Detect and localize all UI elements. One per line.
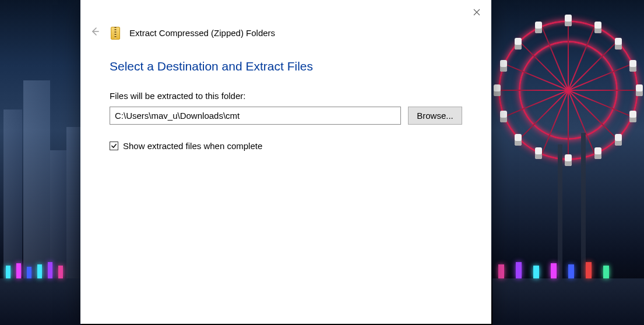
close-icon xyxy=(473,8,480,18)
wizard-header: Extract Compressed (Zipped) Folders xyxy=(80,22,491,43)
close-button[interactable] xyxy=(467,5,487,21)
desktop-wallpaper-right xyxy=(492,0,644,325)
wizard-title: Extract Compressed (Zipped) Folders xyxy=(129,28,275,38)
wizard-content: Select a Destination and Extract Files F… xyxy=(80,43,491,324)
back-button[interactable] xyxy=(87,26,101,40)
checkbox-label: Show extracted files when complete xyxy=(123,141,262,151)
destination-label: Files will be extracted to this folder: xyxy=(110,91,462,101)
destination-path-input[interactable] xyxy=(110,107,401,125)
destination-row: Browse... xyxy=(110,107,462,125)
extract-wizard-dialog: Extract Compressed (Zipped) Folders Sele… xyxy=(80,0,491,324)
zip-folder-icon xyxy=(110,26,121,40)
show-files-checkbox[interactable]: Show extracted files when complete xyxy=(110,141,462,151)
browse-button[interactable]: Browse... xyxy=(408,107,462,125)
check-icon xyxy=(111,143,117,149)
back-arrow-icon xyxy=(89,26,100,39)
checkbox-box xyxy=(110,142,118,150)
page-heading: Select a Destination and Extract Files xyxy=(110,59,462,73)
desktop-wallpaper-left xyxy=(0,0,82,325)
